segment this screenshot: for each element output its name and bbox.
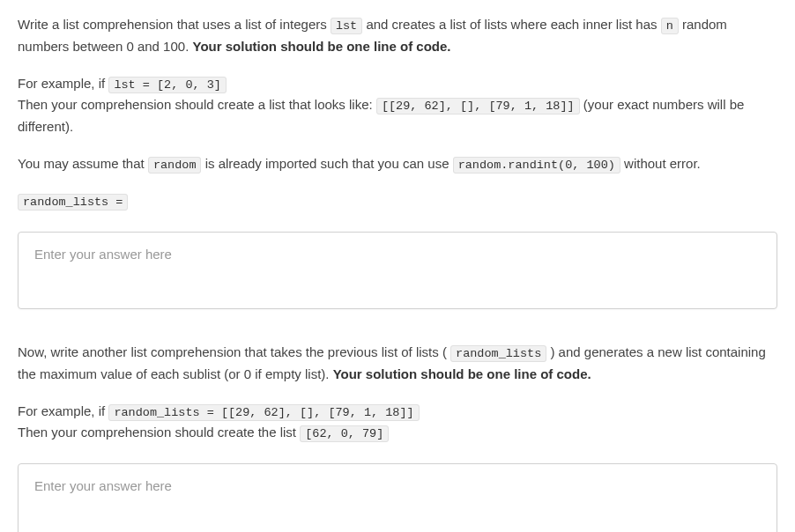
code-lst: lst (331, 18, 362, 34)
q1-text-2: and creates a list of lists where each i… (366, 17, 660, 32)
q1-assume-mid: is already imported such that you can us… (205, 156, 453, 171)
q1-assume: You may assume that random is already im… (18, 153, 777, 175)
q2-text-1: Now, write another list comprehension th… (18, 344, 447, 359)
q1-example-pre: For example, if (18, 76, 108, 91)
q2-example-then: Then your comprehension should create th… (18, 425, 300, 440)
q1-text-1: Write a list comprehension that uses a l… (18, 17, 331, 32)
q1-assume-pre: You may assume that (18, 156, 148, 171)
q1-example-code: lst = [2, 0, 3] (108, 77, 227, 93)
q1-assume-code1: random (148, 157, 202, 174)
q2-intro: Now, write another list comprehension th… (18, 342, 777, 385)
q1-bold-instruction: Your solution should be one line of code… (192, 39, 450, 54)
q1-example-line2: Then your comprehension should create a … (18, 94, 777, 137)
q1-intro: Write a list comprehension that uses a l… (18, 14, 777, 57)
q1-assignment-code: random_lists = (18, 194, 128, 211)
q1-answer-input[interactable] (18, 232, 777, 309)
q2-example-line1: For example, if random_lists = [[29, 62]… (18, 401, 777, 423)
q1-example-result: [[29, 62], [], [79, 1, 18]] (376, 98, 580, 115)
q2-bold-instruction: Your solution should be one line of code… (333, 366, 591, 381)
q2-example-code: random_lists = [[29, 62], [], [79, 1, 18… (108, 404, 419, 421)
q1-example-line1: For example, if lst = [2, 0, 3] (18, 73, 777, 95)
q1-assume-post: without error. (624, 156, 701, 171)
q1-assignment-label: random_lists = (18, 190, 777, 212)
q2-example-pre: For example, if (18, 403, 108, 418)
q2-example-result: [62, 0, 79] (300, 425, 389, 442)
code-n: n (661, 18, 679, 34)
q2-example-line2: Then your comprehension should create th… (18, 422, 777, 444)
q1-assume-code2: random.randint(0, 100) (453, 157, 620, 174)
q1-example-then: Then your comprehension should create a … (18, 97, 376, 112)
code-random-lists: random_lists (450, 345, 546, 362)
q2-answer-input[interactable] (18, 463, 777, 532)
